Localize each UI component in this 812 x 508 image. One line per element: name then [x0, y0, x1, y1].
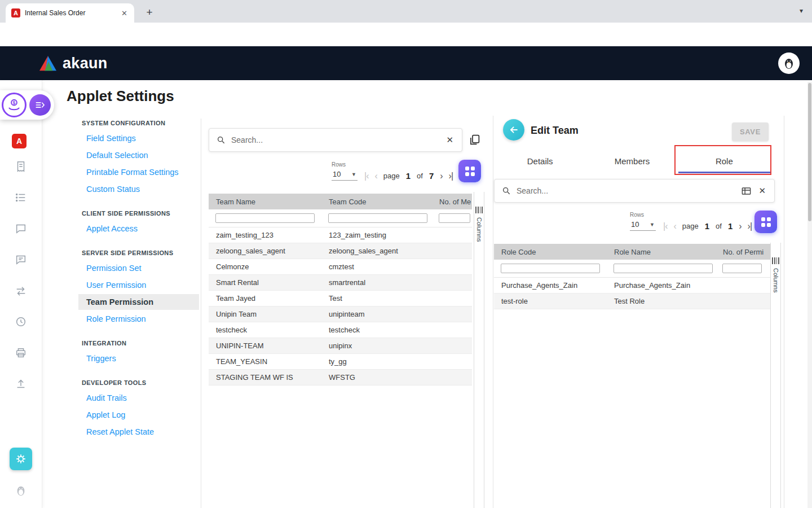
team-rows-select[interactable]: 10 ▼ — [332, 170, 358, 181]
team-name-cell: TEAM_YEASIN — [209, 357, 321, 366]
team-view-grid-button[interactable] — [458, 160, 481, 182]
divider-edit-right — [784, 116, 784, 508]
team-search-clear-icon[interactable]: ✕ — [445, 135, 454, 145]
next-page-icon[interactable]: › — [739, 222, 741, 231]
role-table-row[interactable]: Purchase_Agents_Zain Purchase_Agents_Zai… — [494, 278, 770, 294]
nav-item-field-settings[interactable]: Field Settings — [82, 130, 193, 146]
team-columns-label: Columns — [476, 217, 483, 242]
role-permissions-filter-input[interactable] — [722, 264, 762, 273]
chevron-down-icon: ▼ — [650, 222, 655, 227]
team-table-row[interactable]: zeloong_sales_agent zeloong_sales_agent — [209, 243, 472, 259]
of-label: of — [716, 222, 722, 230]
akaun-logo[interactable]: akaun — [38, 55, 108, 72]
next-page-icon[interactable]: › — [440, 172, 442, 181]
tab-close-icon[interactable]: ✕ — [120, 9, 129, 17]
role-table-row[interactable]: test-role Test Role — [494, 294, 770, 309]
browser-toolbar: ← → akaun.cloud/#/applet/tnt/wavelet/erp… — [0, 23, 812, 46]
team-pager: |‹ ‹ page 1 of 7 › ›| — [364, 171, 453, 181]
tab-role[interactable]: Role — [678, 148, 770, 174]
team-table-row[interactable]: STAGING TEAM WF IS WFSTG — [209, 370, 472, 386]
edit-team-tabs: Details Members Role — [494, 148, 770, 174]
pdf-applet-icon[interactable]: A — [12, 134, 27, 148]
copy-list-icon[interactable] — [469, 134, 480, 146]
chat-lines-applet-icon[interactable] — [15, 253, 27, 266]
nav-item-reset-applet-state[interactable]: Reset Applet State — [82, 424, 193, 440]
role-rows-select[interactable]: 10 ▼ — [630, 220, 656, 231]
nav-item-team-permission[interactable]: Team Permission — [78, 294, 199, 310]
logo-text: akaun — [63, 55, 108, 72]
role-table-header: Role Code Role Name No. of Permi — [494, 244, 770, 260]
team-table-row[interactable]: testcheck testcheck — [209, 322, 472, 338]
last-page-icon[interactable]: ›| — [748, 222, 752, 231]
nav-item-default-selection[interactable]: Default Selection — [82, 147, 193, 163]
tab-members[interactable]: Members — [586, 148, 678, 174]
list-applet-icon[interactable] — [15, 191, 27, 204]
save-button[interactable]: SAVE — [732, 122, 769, 141]
role-rows-value: 10 — [631, 220, 639, 229]
role-view-grid-button[interactable] — [754, 211, 777, 233]
team-table-row[interactable]: Team Jayed Test — [209, 291, 472, 306]
tab-list-chevron-icon[interactable]: ▾ — [800, 7, 803, 15]
nav-item-triggers[interactable]: Triggers — [82, 351, 193, 366]
team-table-row[interactable]: Celmonze cmztest — [209, 259, 472, 275]
browser-tab[interactable]: A Internal Sales Order ✕ — [6, 3, 134, 23]
nav-item-applet-log[interactable]: Applet Log — [82, 407, 193, 423]
role-search-input[interactable] — [517, 186, 735, 195]
user-avatar[interactable] — [778, 52, 800, 74]
upload-applet-icon[interactable] — [15, 378, 27, 390]
edit-team-back-button[interactable] — [503, 119, 524, 141]
team-code-cell: WFSTG — [321, 373, 432, 382]
swap-arrows-applet-icon[interactable] — [15, 285, 27, 297]
team-members-filter-input[interactable] — [439, 213, 470, 223]
team-table-row[interactable]: Unipin Team unipinteam — [209, 306, 472, 322]
team-name-cell: zaim_testing_123 — [209, 231, 321, 239]
team-table-row[interactable]: zaim_testing_123 123_zaim_testing — [209, 227, 472, 243]
team-code-cell: Test — [321, 294, 432, 303]
settings-nav: SYSTEM CONFIGURATION Field Settings Defa… — [82, 120, 193, 441]
chat-applet-icon[interactable] — [15, 222, 27, 235]
grid-icon — [761, 217, 771, 227]
expand-menu-icon[interactable] — [29, 94, 51, 116]
last-page-icon[interactable]: ›| — [449, 172, 453, 181]
column-header-team-name: Team Name — [209, 198, 321, 206]
history-clock-applet-icon[interactable] — [15, 316, 27, 328]
role-code-filter-input[interactable] — [501, 264, 600, 273]
team-name-cell: STAGING TEAM WF IS — [209, 373, 321, 382]
nav-item-permission-set[interactable]: Permission Set — [82, 260, 193, 276]
nav-item-audit-trails[interactable]: Audit Trails — [82, 390, 193, 406]
role-search-clear-icon[interactable]: ✕ — [757, 186, 767, 196]
printer-applet-icon[interactable] — [15, 347, 27, 359]
first-page-icon[interactable]: |‹ — [364, 172, 368, 181]
divider-list-edit — [493, 116, 493, 508]
team-table-row[interactable]: TEAM_YEASIN ty_gg — [209, 354, 472, 370]
tab-details[interactable]: Details — [494, 148, 586, 174]
prev-page-icon[interactable]: ‹ — [673, 222, 676, 231]
app-rail: A — [0, 80, 42, 508]
back-arrow-icon — [508, 124, 519, 135]
page-title: Applet Settings — [67, 87, 174, 105]
role-name-filter-input[interactable] — [614, 264, 713, 273]
screen: A Internal Sales Order ✕ + ▾ ← → akaun.c… — [0, 0, 812, 508]
nav-item-user-permission[interactable]: User Permission — [82, 277, 193, 293]
penguin-small-icon[interactable] — [15, 484, 27, 497]
page-scrollbar-thumb[interactable] — [808, 83, 811, 221]
prev-page-icon[interactable]: ‹ — [374, 172, 377, 181]
nav-item-printable-format-settings[interactable]: Printable Format Settings — [82, 164, 193, 180]
columns-drag-handle-icon[interactable] — [772, 257, 779, 264]
team-name-filter-input[interactable] — [215, 213, 315, 223]
team-table-row[interactable]: Smart Rental smartrental — [209, 275, 472, 291]
nav-item-custom-status[interactable]: Custom Status — [82, 181, 193, 197]
nav-item-role-permission[interactable]: Role Permission — [82, 311, 193, 327]
tab-favicon: A — [11, 8, 20, 17]
nav-item-applet-access[interactable]: Applet Access — [82, 221, 193, 237]
team-code-filter-input[interactable] — [328, 213, 427, 223]
team-search-input[interactable] — [231, 135, 439, 144]
table-view-icon[interactable] — [741, 186, 752, 196]
new-tab-button[interactable]: + — [142, 5, 157, 20]
columns-drag-handle-icon[interactable] — [475, 207, 483, 213]
team-table-row[interactable]: UNIPIN-TEAM unipinx — [209, 338, 472, 354]
receipt-applet-icon[interactable] — [15, 160, 27, 173]
sales-hand-dollar-icon[interactable]: $ — [2, 93, 27, 117]
first-page-icon[interactable]: |‹ — [663, 222, 667, 231]
settings-gear-button[interactable] — [10, 448, 32, 470]
